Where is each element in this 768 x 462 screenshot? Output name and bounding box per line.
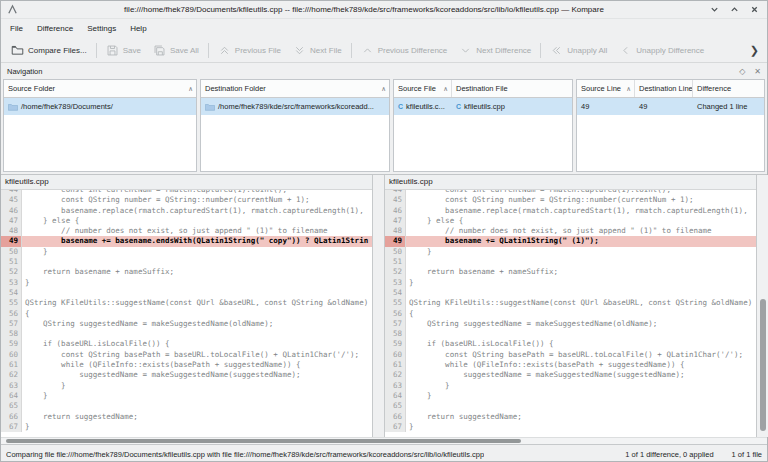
code-line: 51 (1, 257, 372, 267)
code-line: 54 (1, 288, 372, 298)
sort-ascending-icon: ∧ (624, 80, 631, 97)
dock-float-icon[interactable]: ◇ (739, 67, 745, 76)
line-number: 67 (1, 422, 22, 432)
line-number: 47 (385, 216, 406, 226)
line-number: 49 (385, 236, 406, 246)
line-number: 63 (1, 381, 22, 391)
navigation-dock: Navigation ◇ ✕ Source Folder ∧ (1, 63, 767, 175)
line-text: { (22, 309, 372, 319)
line-text (406, 329, 756, 339)
code-line: 55 QString KFileUtils::suggestName(const… (385, 298, 756, 308)
line-number: 59 (385, 339, 406, 349)
line-number: 47 (1, 216, 22, 226)
line-number: 56 (1, 309, 22, 319)
source-file-column-header[interactable]: Source File ∧ (394, 80, 452, 97)
toolbar-overflow-button[interactable]: ❯ (748, 44, 761, 57)
line-text: QString KFileUtils::suggestName(const QU… (22, 298, 372, 308)
code-line: 52 return basename + nameSuffix; (385, 267, 756, 277)
line-number: 66 (1, 412, 22, 422)
menu-item[interactable]: Help (123, 22, 153, 35)
code-line: 48 // number does not exist, so just app… (1, 226, 372, 236)
destination-line-column-header[interactable]: Destination Line (635, 80, 693, 97)
next-difference-button[interactable]: Next Difference (453, 40, 537, 61)
menu-item[interactable]: File (3, 22, 30, 35)
next-file-button[interactable]: Next File (287, 40, 348, 61)
source-pane[interactable]: kfileutils.cpp 44 const int currentNum =… (1, 175, 373, 437)
line-text: const QString number = QString::number(c… (22, 195, 372, 205)
line-text: return suggestedName; (406, 412, 756, 422)
source-folder-row[interactable]: /home/fhek789/Documents/ (4, 98, 196, 115)
vertical-scrollbar-thumb[interactable] (760, 299, 766, 431)
line-text: } (22, 391, 372, 401)
menu-item[interactable]: Difference (30, 22, 80, 35)
line-number: 45 (385, 195, 406, 205)
save-button[interactable]: Save (100, 40, 147, 61)
line-number: 53 (1, 278, 22, 288)
line-number: 65 (385, 401, 406, 411)
line-number: 55 (385, 298, 406, 308)
code-line: 49 basename += basename.endsWith(QLatin1… (1, 236, 372, 246)
unapply-all-button[interactable]: Unapply All (544, 40, 613, 61)
menu-item[interactable]: Settings (80, 22, 123, 35)
previous-file-button[interactable]: Previous File (212, 40, 287, 61)
destination-code-view[interactable]: 44 const int currentNum = rmatch.capture… (385, 190, 756, 437)
destination-pane[interactable]: kfileutils.cpp 44 const int currentNum =… (385, 175, 757, 437)
code-line: 60 const QString basePath = baseURL.toLo… (385, 350, 756, 360)
destination-folder-column-header[interactable]: Destination Folder ∧ (201, 80, 389, 97)
pane-splitter[interactable] (373, 175, 385, 437)
source-line-column-header[interactable]: Source Line ∧ (577, 80, 635, 97)
files-row[interactable]: C kfileutils.c... C kfileutils.cpp (394, 98, 572, 115)
sort-ascending-icon: ∧ (441, 80, 448, 97)
files-panel: Source File ∧ Destination File C kfileut… (393, 79, 573, 172)
horizontal-scrollbar[interactable] (1, 437, 767, 444)
code-line: 65 (385, 401, 756, 411)
minimize-button[interactable] (710, 5, 719, 14)
menubar: File Difference Settings Help (1, 19, 767, 38)
code-line: 48 // number does not exist, so just app… (385, 226, 756, 236)
unapply-difference-button[interactable]: Unapply Difference (613, 40, 710, 61)
destination-file-column-header[interactable]: Destination File (452, 80, 572, 97)
line-text: return suggestedName; (22, 412, 372, 422)
source-folder-column-header[interactable]: Source Folder ∧ (4, 80, 196, 97)
code-line: 57 QString suggestedName = makeSuggested… (1, 319, 372, 329)
line-text: basename.replace(rmatch.capturedStart(1)… (22, 206, 372, 216)
line-number: 61 (1, 360, 22, 370)
code-line: 65 (1, 401, 372, 411)
lines-panel: Source Line ∧ Destination Line Differenc… (576, 79, 765, 172)
line-number: 51 (1, 257, 22, 267)
chevron-down-icon (459, 44, 472, 57)
line-number: 46 (1, 206, 22, 216)
horizontal-scrollbar-thumb[interactable] (6, 439, 521, 443)
line-text: QString KFileUtils::suggestName(const QU… (406, 298, 756, 308)
titlebar[interactable]: file:///home/fhek789/Documents/kfileutil… (1, 1, 767, 19)
double-chevron-up-icon (218, 44, 231, 57)
cpp-file-icon: C (398, 103, 403, 111)
code-line: 50 } (385, 247, 756, 257)
line-text: } else { (406, 216, 756, 226)
line-text: } (22, 381, 372, 391)
line-number: 67 (385, 422, 406, 432)
navigation-dock-titlebar[interactable]: Navigation ◇ ✕ (1, 63, 767, 79)
destination-folder-row[interactable]: /home/fhek789/kde/src/frameworks/kcoread… (201, 98, 389, 115)
vertical-scrollbar[interactable] (757, 175, 768, 437)
code-line: 59 if (baseURL.isLocalFile()) { (385, 339, 756, 349)
dock-close-icon[interactable]: ✕ (754, 67, 761, 76)
compare-files-button[interactable]: Compare Files... (5, 40, 93, 61)
line-number: 46 (385, 206, 406, 216)
code-line: 62 suggestedName = makeSuggestedName(sug… (385, 370, 756, 380)
line-number: 64 (385, 391, 406, 401)
difference-column-header[interactable]: Difference (693, 80, 764, 97)
line-text (22, 288, 372, 298)
line-number: 58 (1, 329, 22, 339)
line-number: 50 (1, 247, 22, 257)
cpp-file-icon: C (456, 103, 461, 111)
previous-difference-button[interactable]: Previous Difference (355, 40, 454, 61)
save-all-button[interactable]: Save All (147, 40, 205, 61)
maximize-button[interactable] (730, 5, 739, 14)
lines-row[interactable]: 49 49 Changed 1 line (577, 98, 764, 115)
source-code-view[interactable]: 44 const int currentNum = rmatch.capture… (1, 190, 372, 437)
close-button[interactable] (750, 5, 759, 14)
line-text (406, 257, 756, 267)
line-number: 59 (1, 339, 22, 349)
code-line: 67 } (1, 422, 372, 432)
